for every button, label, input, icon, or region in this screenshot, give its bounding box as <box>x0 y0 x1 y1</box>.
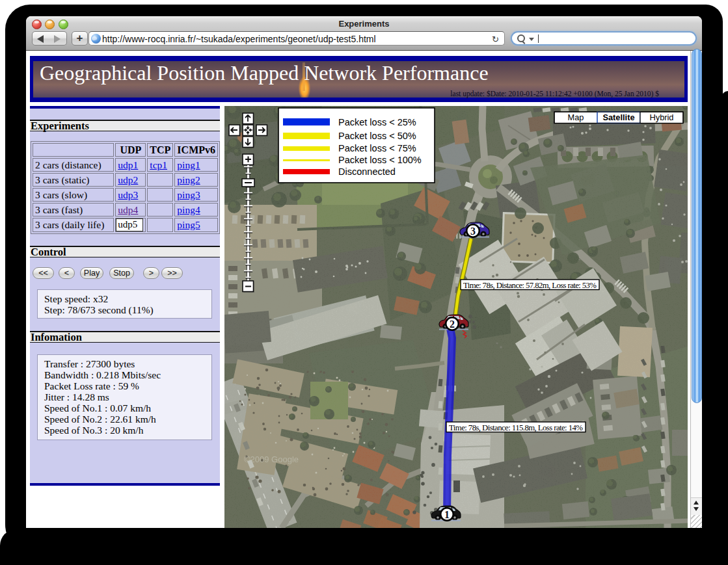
svg-text:Time: 78s, Distance: 115.8m, L: Time: 78s, Distance: 115.8m, Loss rate: … <box>449 423 583 432</box>
svg-text:Hybrid: Hybrid <box>650 112 674 122</box>
svg-text:Satellite: Satellite <box>602 112 634 122</box>
svg-text:Time: 78s, Distance: 57.82m, L: Time: 78s, Distance: 57.82m, Loss rate: … <box>463 281 597 290</box>
svg-text:3: 3 <box>470 226 476 237</box>
svg-text:1: 1 <box>444 509 450 520</box>
svg-text:Packet loss < 75%: Packet loss < 75% <box>338 143 416 153</box>
svg-text:Disconnected: Disconnected <box>338 166 396 177</box>
svg-text:Packet loss < 50%: Packet loss < 50% <box>338 131 416 141</box>
svg-text:Packet loss < 25%: Packet loss < 25% <box>338 117 416 127</box>
svg-text:Packet loss < 100%: Packet loss < 100% <box>338 155 422 165</box>
svg-text:2: 2 <box>450 319 455 330</box>
svg-text:Map: Map <box>568 112 584 122</box>
